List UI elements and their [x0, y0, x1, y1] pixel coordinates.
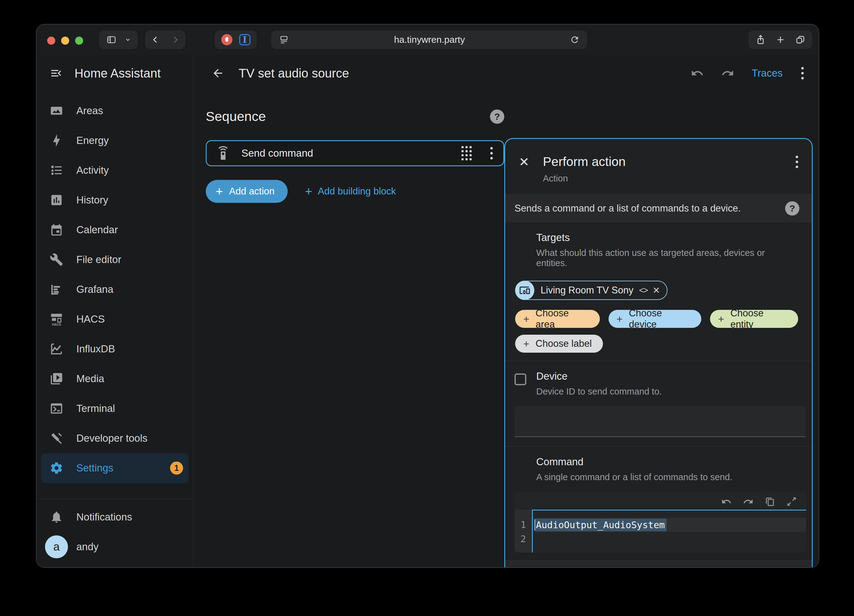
redo-icon[interactable] [721, 67, 734, 80]
sidebar-item-user[interactable]: a andy [37, 532, 193, 562]
reload-icon[interactable] [570, 35, 580, 45]
sidebar-item-label: Areas [76, 105, 103, 117]
code-brackets-icon[interactable]: <> [639, 286, 648, 295]
new-tab-icon[interactable] [775, 34, 786, 45]
url-text[interactable]: ha.tinywren.party [297, 34, 562, 45]
code-text-selected[interactable]: AudioOutput_AudioSystem [535, 519, 666, 531]
sidebar-item-settings[interactable]: Settings 1 [41, 453, 189, 483]
line-number: 2 [514, 532, 532, 546]
copy-icon[interactable] [765, 496, 775, 507]
sidebar-item-label: Developer tools [76, 432, 147, 444]
browser-nav-group [145, 30, 185, 49]
extension-badge-icon[interactable] [221, 34, 232, 45]
undo-icon[interactable] [691, 67, 704, 80]
target-chip-label: Living Room TV Sony [541, 285, 633, 296]
action-description-row: Sends a command or a list of commands to… [505, 194, 812, 222]
forward-button[interactable] [165, 34, 185, 45]
close-icon[interactable]: ✕ [519, 156, 529, 168]
settings-badge: 1 [170, 462, 183, 475]
card-menu-icon[interactable] [489, 146, 494, 161]
sidebar-item-areas[interactable]: Areas [37, 96, 193, 126]
sidebar-toggle-button[interactable] [99, 30, 138, 49]
code-line[interactable] [533, 532, 806, 546]
plus-icon: + [523, 338, 529, 349]
sidebar-item-label: History [76, 194, 108, 206]
device-id-input[interactable] [514, 406, 805, 437]
editor-undo-icon[interactable] [721, 496, 732, 507]
minimize-window-button[interactable] [61, 37, 69, 45]
tab-overview-icon[interactable] [795, 34, 805, 45]
chip-remove-icon[interactable]: ✕ [653, 285, 660, 296]
action-help-icon[interactable]: ? [785, 201, 799, 216]
target-chip[interactable]: Living Room TV Sony <> ✕ [515, 281, 668, 300]
action-card-label: Send command [241, 148, 313, 159]
send-command-card[interactable]: Send command [206, 140, 504, 166]
sidebar-item-media[interactable]: Media [37, 364, 193, 394]
sidebar-item-terminal[interactable]: Terminal [37, 394, 193, 423]
avatar: a [45, 535, 68, 558]
sidebar-item-label: Terminal [76, 403, 115, 414]
back-button[interactable] [146, 34, 165, 45]
app-title: Home Assistant [75, 66, 161, 80]
sidebar-item-label: Settings [76, 462, 113, 474]
choose-entity-button[interactable]: + Choose entity [710, 310, 798, 328]
device-section: Device Device ID to send command to. [505, 361, 812, 446]
command-label: Command [536, 456, 798, 468]
gear-icon [50, 461, 63, 475]
add-action-button[interactable]: + Add action [206, 180, 288, 203]
command-description: A single command or a list of commands t… [536, 472, 798, 482]
sidebar-item-calendar[interactable]: Calendar [37, 215, 193, 245]
repeats-section: ✓ Repeats The number of times you want t… [505, 560, 812, 568]
sidebar-item-energy[interactable]: Energy [37, 126, 193, 155]
user-name: andy [76, 541, 99, 553]
sidebar-item-developer-tools[interactable]: Developer tools [37, 423, 193, 453]
zoom-window-button[interactable] [75, 37, 83, 45]
device-label: Device [536, 370, 798, 382]
dialog-body: Targets What should this action use as t… [505, 222, 812, 568]
sequence-help-icon[interactable]: ? [490, 110, 504, 124]
editor-redo-icon[interactable] [743, 496, 753, 507]
address-bar[interactable]: ha.tinywren.party [271, 30, 587, 49]
choose-device-button[interactable]: + Choose device [608, 310, 702, 328]
sidebar-item-grafana[interactable]: Grafana [37, 274, 193, 304]
share-icon[interactable] [755, 34, 766, 45]
choose-area-button[interactable]: + Choose area [515, 310, 600, 328]
targets-subtitle: What should this action use as targeted … [536, 248, 798, 268]
sidebar-item-label: InfluxDB [76, 343, 115, 355]
sequence-title: Sequence [206, 109, 266, 124]
editor-content[interactable]: AudioOutput_AudioSystem [532, 510, 806, 552]
svg-text:HACS: HACS [52, 323, 61, 326]
choose-label-button[interactable]: + Choose label [515, 335, 603, 353]
play-box-multiple-icon [50, 372, 63, 386]
sidebar-item-notifications[interactable]: Notifications [37, 502, 193, 532]
add-building-block-button[interactable]: + Add building block [305, 185, 396, 198]
bell-icon [50, 510, 63, 524]
plus-icon: + [718, 313, 724, 324]
header-menu-icon[interactable] [800, 66, 805, 81]
sidebar-item-hacs[interactable]: HACS HACS [37, 304, 193, 334]
dialog-title: Perform action [543, 154, 626, 169]
sidebar-item-influxdb[interactable]: InfluxDB [37, 334, 193, 364]
traces-link[interactable]: Traces [752, 67, 782, 79]
sidebar-item-history[interactable]: History [37, 185, 193, 215]
sidebar-item-activity[interactable]: Activity [37, 155, 193, 185]
sidebar-item-label: Calendar [76, 224, 118, 236]
expand-icon[interactable] [786, 496, 797, 507]
extensions-group: I [215, 30, 257, 49]
extension-i-icon[interactable]: I [239, 34, 250, 45]
back-arrow-icon[interactable] [211, 67, 224, 80]
command-section: Command A single command or a list of co… [505, 446, 812, 560]
sidebar-header: Home Assistant [37, 55, 193, 91]
dialog-menu-icon[interactable] [795, 154, 799, 169]
command-code-editor[interactable]: 1 2 AudioOutput_AudioSystem [514, 491, 806, 552]
reader-view-icon[interactable] [279, 34, 289, 45]
menu-open-icon[interactable] [50, 67, 63, 80]
targets-section: Targets What should this action use as t… [505, 222, 812, 361]
device-checkbox[interactable] [514, 373, 526, 385]
drag-handle-icon[interactable] [461, 146, 472, 160]
code-line[interactable]: AudioOutput_AudioSystem [533, 518, 806, 532]
close-window-button[interactable] [47, 37, 55, 45]
sidebar-item-file-editor[interactable]: File editor [37, 245, 193, 274]
hammer-icon [50, 432, 63, 445]
browser-window: I ha.tinywren.party [36, 24, 819, 568]
